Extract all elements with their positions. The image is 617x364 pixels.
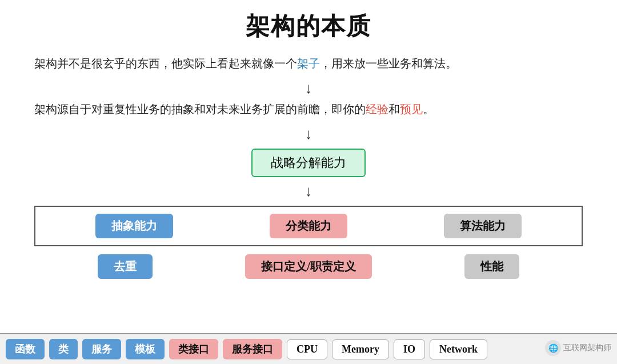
bottom-item-9[interactable]: Network [430,339,487,359]
para2-middle: 和 [388,103,400,115]
watermark: 🌐 互联网架构师 [545,340,611,356]
col1-box: 抽象能力 [95,214,173,238]
three-col-row: 抽象能力 分类能力 算法能力 [34,206,583,246]
para2-after: 。 [423,103,434,115]
bottom-item-0[interactable]: 函数 [6,339,45,359]
para1-highlight1: 架子 [297,57,320,70]
arrow3: ↓ [305,184,312,199]
arrow1: ↓ [305,81,312,96]
bottom-item-1[interactable]: 类 [49,339,78,359]
sub1-box: 去重 [98,254,153,279]
bottom-row: 函数 类 服务 模板 类接口 服务接口 CPU Memory IO Networ… [0,333,617,364]
watermark-text: 互联网架构师 [563,343,611,353]
bottom-item-4[interactable]: 类接口 [169,339,218,359]
strategy-label: 战略分解能力 [251,149,366,177]
sub3-box: 性能 [464,254,519,279]
para1: 架构并不是很玄乎的东西，他实际上看起来就像一个架子，用来放一些业务和算法。 [34,54,583,73]
arrow2: ↓ [305,127,312,142]
bottom-item-5[interactable]: 服务接口 [223,339,282,359]
col3-box: 算法能力 [444,214,522,238]
sub-row: 去重 接口定义/职责定义 性能 [34,249,583,285]
col2-box: 分类能力 [270,214,347,238]
watermark-icon: 🌐 [545,340,561,356]
para2-highlight1: 经验 [366,103,388,115]
main-container: 架构的本质 架构并不是很玄乎的东西，他实际上看起来就像一个架子，用来放一些业务和… [0,0,617,364]
bottom-item-7[interactable]: Memory [332,339,389,359]
page-title: 架构的本质 [246,10,371,42]
sub2-box: 接口定义/职责定义 [245,254,372,279]
para1-after: ，用来放一些业务和算法。 [320,57,457,70]
para2: 架构源自于对重复性业务的抽象和对未来业务扩展的前瞻，即你的经验和预见。 [34,99,583,119]
bottom-item-2[interactable]: 服务 [82,339,121,359]
para2-highlight2: 预见 [400,103,423,115]
bottom-item-3[interactable]: 模板 [126,339,165,359]
para1-before: 架构并不是很玄乎的东西，他实际上看起来就像一个 [34,57,297,70]
strategy-box: 战略分解能力 [251,145,366,181]
bottom-item-6[interactable]: CPU [287,339,327,359]
para2-before: 架构源自于对重复性业务的抽象和对未来业务扩展的前瞻，即你的 [34,103,366,115]
bottom-item-8[interactable]: IO [394,339,425,359]
